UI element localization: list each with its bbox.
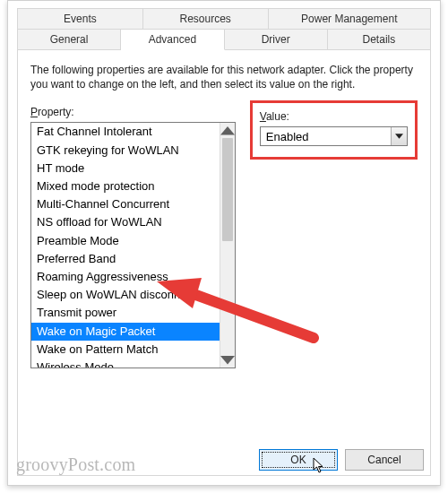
property-item[interactable]: Wireless Mode bbox=[31, 359, 220, 368]
tab-strip: Events Resources Power Management Genera… bbox=[8, 1, 440, 49]
device-properties-dialog: Events Resources Power Management Genera… bbox=[7, 0, 441, 486]
property-item[interactable]: Transmit power bbox=[31, 304, 220, 322]
tab-row-bottom: General Advanced Driver Details bbox=[17, 29, 431, 50]
value-dropdown[interactable]: Enabled bbox=[260, 126, 408, 146]
property-item[interactable]: Multi-Channel Concurrent bbox=[31, 195, 220, 213]
tab-driver[interactable]: Driver bbox=[225, 29, 328, 50]
scroll-up-arrow[interactable] bbox=[220, 123, 235, 138]
tab-resources[interactable]: Resources bbox=[143, 8, 269, 30]
property-item[interactable]: Fat Channel Intolerant bbox=[31, 123, 220, 141]
chevron-down-icon[interactable] bbox=[391, 127, 407, 145]
scroll-thumb[interactable] bbox=[222, 138, 233, 241]
tab-events[interactable]: Events bbox=[17, 8, 143, 30]
cancel-button[interactable]: Cancel bbox=[345, 449, 424, 471]
property-item[interactable]: Preamble Mode bbox=[31, 232, 220, 250]
instruction-text: The following properties are available f… bbox=[30, 63, 418, 91]
property-label: Property: bbox=[30, 106, 236, 118]
property-item[interactable]: Sleep on WoWLAN disconnect bbox=[31, 286, 220, 304]
property-list-items: Fat Channel IntolerantGTK rekeying for W… bbox=[31, 123, 220, 368]
property-item[interactable]: GTK rekeying for WoWLAN bbox=[31, 142, 220, 160]
dialog-button-bar: OK Cancel bbox=[259, 449, 424, 471]
property-item[interactable]: HT mode bbox=[31, 160, 220, 177]
vertical-scrollbar[interactable] bbox=[220, 123, 235, 368]
tab-advanced[interactable]: Advanced bbox=[121, 29, 224, 50]
value-selected-text: Enabled bbox=[261, 127, 391, 145]
advanced-tab-panel: The following properties are available f… bbox=[17, 49, 431, 476]
property-item[interactable]: Roaming Aggressiveness bbox=[31, 268, 220, 286]
tab-details[interactable]: Details bbox=[328, 29, 431, 50]
scroll-down-arrow[interactable] bbox=[220, 352, 235, 368]
property-item[interactable]: Preferred Band bbox=[31, 250, 220, 268]
value-label: Value: bbox=[260, 110, 408, 123]
property-item[interactable]: NS offload for WoWLAN bbox=[31, 213, 220, 231]
property-item[interactable]: Wake on Magic Packet bbox=[31, 323, 220, 341]
ok-button[interactable]: OK bbox=[259, 449, 338, 471]
property-listbox[interactable]: Fat Channel IntolerantGTK rekeying for W… bbox=[30, 122, 236, 368]
property-item[interactable]: Wake on Pattern Match bbox=[31, 341, 220, 359]
tab-row-top: Events Resources Power Management bbox=[17, 8, 431, 30]
tab-general[interactable]: General bbox=[17, 29, 121, 50]
property-item[interactable]: Mixed mode protection bbox=[31, 177, 220, 195]
value-highlight-annotation: Value: Enabled bbox=[250, 100, 418, 160]
tab-power-management[interactable]: Power Management bbox=[269, 8, 431, 30]
scroll-track[interactable] bbox=[220, 138, 235, 352]
